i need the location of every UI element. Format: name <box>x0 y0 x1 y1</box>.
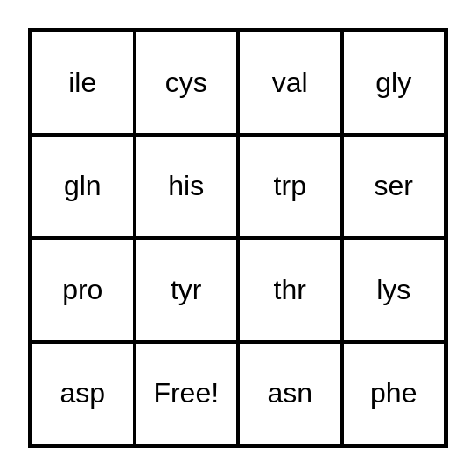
bingo-cell-9[interactable]: tyr <box>135 238 239 342</box>
bingo-cell-14[interactable]: asn <box>238 342 342 446</box>
bingo-cell-4[interactable]: gln <box>31 135 135 239</box>
bingo-cell-13[interactable]: Free! <box>135 342 239 446</box>
bingo-cell-2[interactable]: val <box>238 31 342 135</box>
bingo-card: ilecysvalglyglnhistrpserprotyrthrlysaspF… <box>28 28 448 448</box>
bingo-cell-12[interactable]: asp <box>31 342 135 446</box>
bingo-cell-10[interactable]: thr <box>238 238 342 342</box>
bingo-cell-15[interactable]: phe <box>342 342 446 446</box>
bingo-cell-5[interactable]: his <box>135 135 239 239</box>
bingo-cell-6[interactable]: trp <box>238 135 342 239</box>
bingo-cell-8[interactable]: pro <box>31 238 135 342</box>
bingo-cell-11[interactable]: lys <box>342 238 446 342</box>
bingo-cell-7[interactable]: ser <box>342 135 446 239</box>
bingo-cell-3[interactable]: gly <box>342 31 446 135</box>
bingo-cell-1[interactable]: cys <box>135 31 239 135</box>
bingo-cell-0[interactable]: ile <box>31 31 135 135</box>
